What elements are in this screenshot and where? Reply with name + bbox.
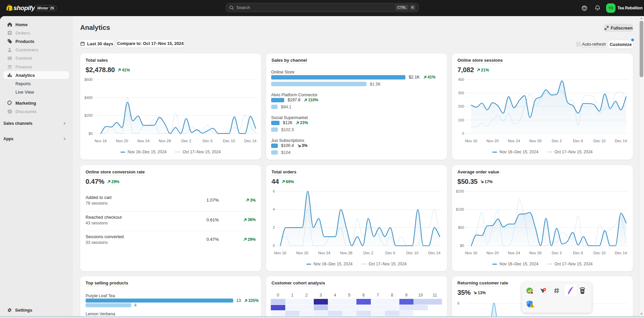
svg-text:Nov 24: Nov 24: [508, 139, 520, 143]
svg-text:Nov 20: Nov 20: [116, 139, 128, 143]
svg-text:Dec 10: Dec 10: [593, 251, 605, 255]
svg-text:Nov 16: Nov 16: [274, 251, 286, 255]
svg-text:Nov 24: Nov 24: [137, 139, 150, 143]
svg-text:0: 0: [462, 131, 464, 136]
svg-text:Dec 14: Dec 14: [428, 251, 441, 255]
svg-text:Dec 6: Dec 6: [573, 139, 583, 143]
svg-text:Dec 14: Dec 14: [615, 139, 627, 143]
svg-text:Nov 28: Nov 28: [529, 139, 541, 143]
svg-text:Dec 2: Dec 2: [552, 139, 562, 143]
svg-text:Nov 20: Nov 20: [486, 251, 498, 255]
svg-text:4: 4: [273, 207, 275, 211]
svg-text:Dec 6: Dec 6: [573, 251, 583, 255]
svg-text:Dec 6: Dec 6: [385, 251, 395, 255]
svg-text:Dec 10: Dec 10: [593, 139, 605, 143]
svg-text:Nov 28: Nov 28: [159, 139, 171, 143]
svg-text:Dec 2: Dec 2: [181, 139, 191, 143]
svg-text:200: 200: [458, 104, 464, 108]
svg-text:Dec 14: Dec 14: [615, 251, 627, 255]
svg-text:Dec 10: Dec 10: [223, 139, 235, 143]
svg-text:Nov 24: Nov 24: [318, 251, 331, 255]
svg-text:Nov 24: Nov 24: [508, 251, 520, 255]
svg-text:Dec 2: Dec 2: [552, 251, 562, 255]
svg-text:Nov 20: Nov 20: [296, 251, 308, 255]
svg-text:Dec 6: Dec 6: [203, 139, 213, 143]
svg-text:100: 100: [458, 118, 464, 122]
svg-text:Dec 2: Dec 2: [363, 251, 373, 255]
svg-text:Dec 14: Dec 14: [244, 139, 257, 143]
svg-text:Nov 28: Nov 28: [340, 251, 352, 255]
svg-text:Nov 16: Nov 16: [95, 139, 107, 143]
svg-text:Nov 20: Nov 20: [486, 139, 498, 143]
svg-text:400: 400: [458, 77, 464, 82]
svg-text:Nov 28: Nov 28: [529, 251, 541, 255]
svg-text:$0: $0: [89, 131, 93, 136]
svg-text:$50: $50: [458, 225, 464, 229]
svg-text:$600: $600: [85, 77, 93, 82]
svg-text:$200: $200: [85, 113, 93, 117]
svg-text:$0: $0: [460, 244, 464, 248]
svg-text:Dec 10: Dec 10: [406, 251, 418, 255]
svg-text:$100: $100: [456, 207, 464, 211]
svg-text:$400: $400: [85, 96, 93, 100]
svg-text:300: 300: [458, 91, 464, 95]
svg-text:Nov 16: Nov 16: [465, 251, 477, 255]
svg-text:Nov 16: Nov 16: [465, 139, 477, 143]
svg-text:6: 6: [273, 189, 275, 193]
svg-text:2: 2: [273, 225, 275, 229]
svg-text:0: 0: [273, 244, 275, 248]
svg-text:$150: $150: [456, 189, 464, 193]
